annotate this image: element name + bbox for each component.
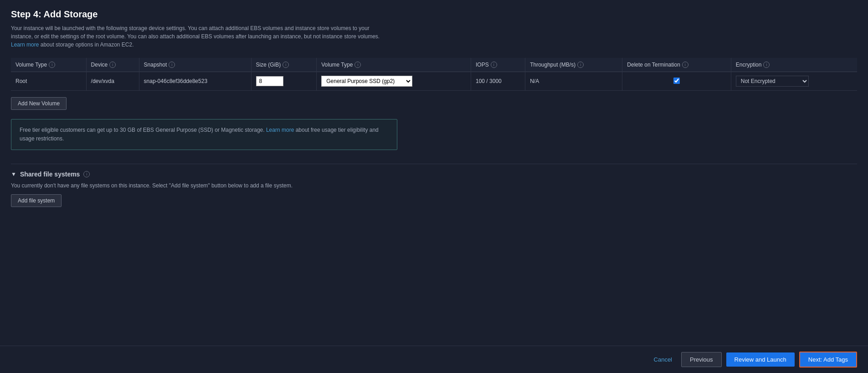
snapshot-info-icon[interactable]: i	[169, 62, 175, 68]
add-new-volume-button[interactable]: Add New Volume	[11, 97, 67, 110]
col-header-throughput: Throughput (MB/s) i	[525, 58, 622, 72]
col-header-encryption: Encryption i	[731, 58, 857, 72]
col-header-snapshot: Snapshot i	[139, 58, 251, 72]
col-header-volume-type-2: Volume Type i	[317, 58, 471, 72]
storage-table: Volume Type i Device i Snapshot i	[11, 58, 857, 91]
cell-device: /dev/xvda	[86, 72, 139, 91]
shared-fs-title: Shared file systems	[20, 171, 80, 178]
learn-more-link[interactable]: Learn more	[11, 41, 39, 48]
page-description: Your instance will be launched with the …	[11, 24, 385, 49]
volume-type-info-icon[interactable]: i	[49, 62, 55, 68]
cell-volume-type-select[interactable]: General Purpose SSD (gp2) General Purpos…	[317, 72, 471, 91]
device-info-icon[interactable]: i	[109, 62, 116, 68]
footer-bar: Cancel Previous Review and Launch Next: …	[0, 346, 868, 373]
size-info-icon[interactable]: i	[282, 62, 289, 68]
col-header-delete-on-termination: Delete on Termination i	[622, 58, 731, 72]
cell-encryption[interactable]: Not Encrypted Encrypted	[731, 72, 857, 91]
volume-type-select[interactable]: General Purpose SSD (gp2) General Purpos…	[321, 76, 412, 87]
col-header-size: Size (GiB) i	[251, 58, 317, 72]
size-input[interactable]	[256, 76, 283, 86]
volume-type-2-info-icon[interactable]: i	[354, 62, 361, 68]
page-title: Step 4: Add Storage	[11, 9, 857, 20]
previous-button[interactable]: Previous	[681, 352, 722, 367]
cell-size[interactable]	[251, 72, 317, 91]
col-header-device: Device i	[86, 58, 139, 72]
table-row: Root /dev/xvda snap-046c8ef36dde8e523 Ge…	[11, 72, 857, 91]
info-box-learn-more-link[interactable]: Learn more	[266, 127, 294, 133]
add-file-system-button[interactable]: Add file system	[11, 194, 62, 207]
throughput-info-icon[interactable]: i	[577, 62, 584, 68]
col-header-volume-type: Volume Type i	[11, 58, 86, 72]
iops-info-icon[interactable]: i	[491, 62, 497, 68]
cell-snapshot: snap-046c8ef36dde8e523	[139, 72, 251, 91]
shared-file-systems-section: ▼ Shared file systems i You currently do…	[11, 164, 857, 207]
delete-on-termination-checkbox[interactable]	[673, 78, 680, 84]
collapse-icon[interactable]: ▼	[11, 171, 16, 177]
free-tier-info-box: Free tier eligible customers can get up …	[11, 119, 397, 150]
cell-delete-on-termination[interactable]	[622, 72, 731, 91]
cell-volume-type-label: Root	[11, 72, 86, 91]
encryption-select[interactable]: Not Encrypted Encrypted	[736, 76, 809, 87]
cell-throughput: N/A	[525, 72, 622, 91]
cell-iops: 100 / 3000	[471, 72, 525, 91]
shared-fs-description: You currently don't have any file system…	[11, 182, 857, 189]
cancel-button[interactable]: Cancel	[649, 353, 677, 366]
encryption-info-icon[interactable]: i	[763, 62, 770, 68]
col-header-iops: IOPS i	[471, 58, 525, 72]
shared-fs-info-icon[interactable]: i	[83, 171, 90, 177]
next-button[interactable]: Next: Add Tags	[799, 352, 857, 368]
review-and-launch-button[interactable]: Review and Launch	[726, 352, 795, 367]
delete-on-termination-info-icon[interactable]: i	[682, 62, 688, 68]
